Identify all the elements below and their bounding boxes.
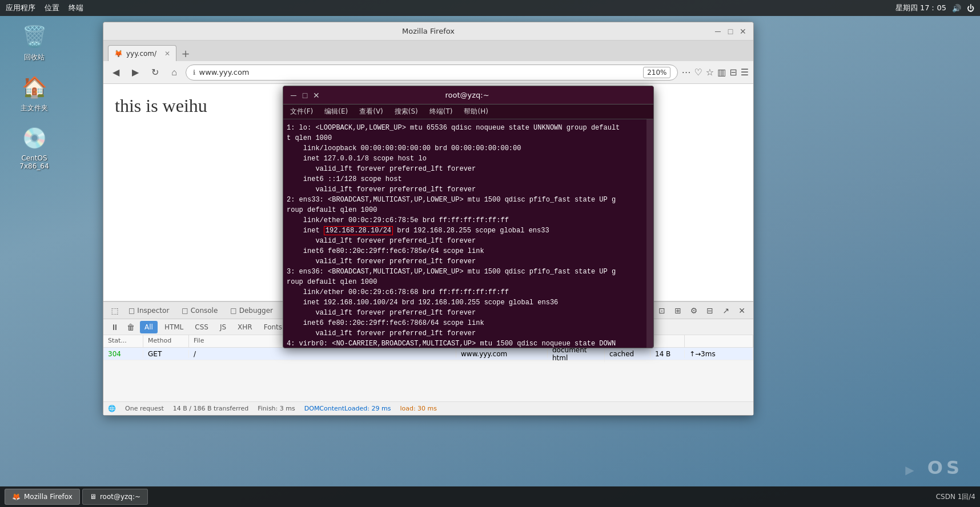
centos-disc-label: CentOS 7x86_64	[11, 154, 57, 170]
term-menu-help[interactable]: 帮助(H)	[460, 106, 491, 118]
sidebar-icon[interactable]: ▥	[717, 67, 726, 78]
status-favicon: 🌐	[108, 405, 116, 412]
debugger-icon: □	[230, 307, 236, 315]
minimize-button[interactable]: ─	[713, 27, 722, 36]
devtools-statusbar: 🌐 One request 14 B / 186 B transferred F…	[103, 401, 753, 415]
subtab-html[interactable]: HTML	[160, 321, 188, 333]
home-folder-label: 主文件夹	[21, 103, 48, 113]
forward-button[interactable]: ▶	[127, 65, 143, 81]
address-bar: ◀ ▶ ↻ ⌂ ℹ www.yyy.com 210% ⋯ ♡ ☆ ▥ ⊟ ☰	[103, 61, 753, 84]
home-folder-icon-item[interactable]: 🏠 主文件夹	[11, 74, 57, 113]
menu-terminal[interactable]: 终端	[69, 3, 83, 13]
terminal-window: ─ □ ✕ root@yzq:~ 文件(F) 编辑(E) 查看(V) 搜索(S)…	[283, 86, 654, 348]
more-icon[interactable]: ⋯	[681, 67, 690, 78]
volume-icon[interactable]: 🔊	[952, 4, 961, 13]
pause-recording-icon[interactable]: ⏸	[108, 320, 122, 334]
term-menu-view[interactable]: 查看(V)	[356, 106, 387, 118]
row-domain: www.yyy.com	[456, 350, 548, 358]
tab-close-button[interactable]: ✕	[164, 50, 170, 58]
menu-apps[interactable]: 应用程序	[6, 3, 35, 13]
devtools-snap-icon[interactable]: ⊞	[671, 304, 685, 317]
taskbar-bottom: 🦊 Mozilla Firefox 🖥 root@yzq:~ CSDN 1回/4	[0, 486, 980, 507]
subtab-xhr[interactable]: XHR	[233, 321, 257, 333]
terminal-close-button[interactable]: ✕	[312, 91, 321, 100]
home-folder-image: 🏠	[21, 74, 48, 101]
taskbar-firefox-button[interactable]: 🦊 Mozilla Firefox	[5, 489, 80, 505]
col-status: Stat...	[103, 335, 143, 347]
home-button[interactable]: ⌂	[166, 65, 182, 81]
address-text: www.yyy.com	[199, 68, 250, 77]
subtab-css[interactable]: CSS	[190, 321, 213, 333]
devtools-tab-inspector[interactable]: □ Inspector	[123, 304, 175, 317]
tab-label: yyy.com/	[126, 50, 156, 58]
col-size	[650, 335, 685, 347]
firefox-tab[interactable]: 🦊 yyy.com/ ✕	[108, 45, 176, 61]
maximize-button[interactable]: □	[726, 27, 735, 36]
centos-disc-image: 💿	[21, 124, 48, 152]
back-button[interactable]: ◀	[108, 65, 124, 81]
terminal-scrollbar[interactable]	[646, 119, 653, 348]
trash-label: 回收站	[24, 53, 45, 62]
taskbar-right-info: CSDN 1回/4	[936, 492, 975, 502]
terminal-maximize-button[interactable]: □	[300, 91, 310, 100]
debugger-label: Debugger	[239, 307, 273, 315]
star-icon[interactable]: ☆	[706, 67, 714, 78]
zoom-badge: 210%	[643, 67, 670, 78]
centos-watermark: ▶ OS	[905, 457, 963, 478]
term-menu-search[interactable]: 搜索(S)	[391, 106, 421, 118]
row-transferred: cached	[605, 350, 650, 358]
reload-button[interactable]: ↻	[147, 65, 163, 81]
devtools-tab-debugger[interactable]: □ Debugger	[224, 304, 279, 317]
address-input[interactable]: ℹ www.yyy.com 210%	[186, 65, 678, 81]
status-domcontent: DOMContentLoaded: 29 ms	[304, 405, 391, 412]
tab-bar: 🦊 yyy.com/ ✕ +	[103, 41, 753, 61]
firefox-title: Mozilla Firefox	[143, 27, 713, 35]
taskbar-firefox-label: Mozilla Firefox	[24, 493, 73, 501]
devtools-responsive-icon[interactable]: ⊡	[655, 304, 669, 317]
row-file: /	[189, 350, 456, 358]
terminal-content: 1: lo: <LOOPBACK,UP,LOWER_UP> mtu 65536 …	[283, 119, 653, 348]
taskbar-top-right: 星期四 17：05 🔊 ⏻	[895, 3, 974, 13]
taskbar-top-left: 应用程序 位置 终端	[6, 3, 83, 13]
terminal-titlebar: ─ □ ✕ root@yzq:~	[283, 86, 653, 104]
devtools-dock-icon[interactable]: ⊟	[703, 304, 717, 317]
trash-image: 🗑️	[21, 23, 48, 50]
table-row[interactable]: 304 GET / www.yyy.com document html cach…	[103, 348, 753, 360]
toolbar-icons: ⋯ ♡ ☆ ▥ ⊟ ☰	[681, 67, 749, 78]
inspector-label: Inspector	[137, 307, 169, 315]
term-menu-edit[interactable]: 编辑(E)	[321, 106, 351, 118]
term-menu-terminal[interactable]: 终端(T)	[426, 106, 456, 118]
taskbar-firefox-icon: 🦊	[12, 493, 21, 501]
window-controls: ─ □ ✕	[713, 27, 748, 36]
bookmark-icon[interactable]: ♡	[694, 67, 702, 78]
desktop: 应用程序 位置 终端 星期四 17：05 🔊 ⏻ 🗑️ 回收站 🏠 主文件夹 💿…	[0, 0, 980, 507]
terminal-title: root@yzq:~	[321, 91, 613, 99]
subtab-all[interactable]: All	[140, 321, 158, 333]
terminal-minimize-button[interactable]: ─	[289, 91, 298, 100]
close-button[interactable]: ✕	[738, 27, 748, 36]
devtools-toolbar-left: ⬚	[108, 304, 122, 317]
col-method: Method	[143, 335, 189, 347]
clear-network-icon[interactable]: 🗑	[124, 320, 138, 334]
subtab-js[interactable]: JS	[215, 321, 231, 333]
tab-favicon: 🦊	[114, 50, 123, 58]
devtools-pick-icon[interactable]: ⬚	[108, 304, 122, 317]
devtools-undock-icon[interactable]: ↗	[719, 304, 733, 317]
power-icon[interactable]: ⏻	[967, 4, 974, 13]
term-menu-file[interactable]: 文件(F)	[287, 106, 316, 118]
devtools-close-icon[interactable]: ✕	[735, 304, 749, 317]
trash-icon-item[interactable]: 🗑️ 回收站	[11, 23, 57, 62]
status-load: load: 30 ms	[400, 405, 437, 412]
devtools-settings-icon[interactable]: ⚙	[687, 304, 701, 317]
menu-icon[interactable]: ☰	[741, 67, 749, 78]
devtools-tab-console[interactable]: □ Console	[176, 304, 223, 317]
split-icon[interactable]: ⊟	[729, 67, 737, 78]
status-requests: One request	[125, 405, 164, 412]
centos-disc-icon-item[interactable]: 💿 CentOS 7x86_64	[11, 124, 57, 170]
row-time: ↑→3ms	[685, 350, 753, 358]
taskbar-terminal-button[interactable]: 🖥 root@yzq:~	[82, 489, 148, 505]
row-method: GET	[143, 350, 189, 358]
terminal-controls: ─ □ ✕	[289, 91, 321, 100]
new-tab-button[interactable]: +	[178, 45, 194, 61]
menu-places[interactable]: 位置	[45, 3, 59, 13]
